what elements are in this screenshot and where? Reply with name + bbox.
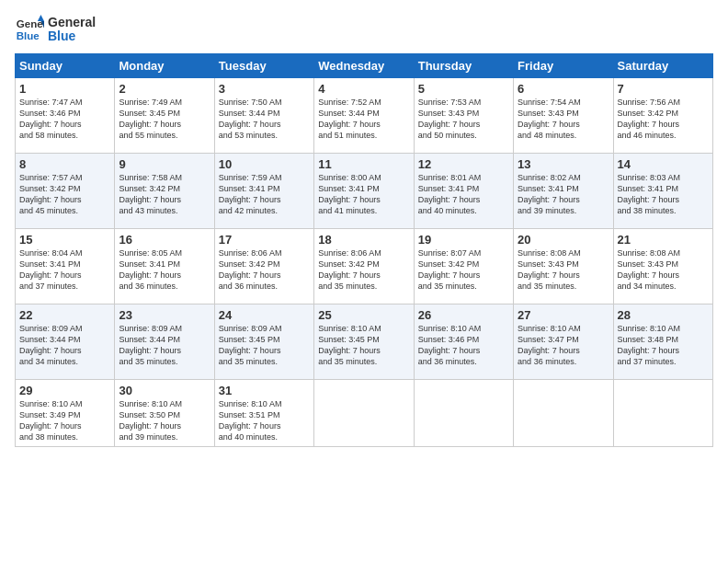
- day-cell: [314, 380, 414, 447]
- day-cell: 14Sunrise: 8:03 AMSunset: 3:41 PMDayligh…: [613, 154, 712, 229]
- day-number: 18: [318, 233, 409, 247]
- day-number: 13: [518, 157, 609, 171]
- day-cell: 9Sunrise: 7:58 AMSunset: 3:42 PMDaylight…: [115, 154, 214, 229]
- day-cell: 4Sunrise: 7:52 AMSunset: 3:44 PMDaylight…: [314, 78, 414, 154]
- day-number: 5: [418, 82, 509, 96]
- day-number: 4: [318, 82, 409, 96]
- week-row-4: 22Sunrise: 8:09 AMSunset: 3:44 PMDayligh…: [16, 304, 713, 380]
- day-cell: 31Sunrise: 8:10 AMSunset: 3:51 PMDayligh…: [214, 380, 313, 447]
- day-info: Sunrise: 8:01 AMSunset: 3:41 PMDaylight:…: [418, 172, 509, 217]
- day-number: 12: [418, 157, 509, 171]
- day-info: Sunrise: 8:06 AMSunset: 3:42 PMDaylight:…: [219, 247, 310, 293]
- day-info: Sunrise: 8:10 AMSunset: 3:46 PMDaylight:…: [418, 323, 509, 368]
- col-header-sunday: Sunday: [16, 54, 115, 78]
- day-cell: 23Sunrise: 8:09 AMSunset: 3:44 PMDayligh…: [115, 304, 214, 380]
- day-number: 15: [19, 233, 110, 247]
- day-cell: 12Sunrise: 8:01 AMSunset: 3:41 PMDayligh…: [414, 154, 513, 229]
- col-header-wednesday: Wednesday: [314, 54, 414, 78]
- day-cell: 19Sunrise: 8:07 AMSunset: 3:42 PMDayligh…: [414, 229, 513, 304]
- day-info: Sunrise: 8:10 AMSunset: 3:50 PMDaylight:…: [119, 398, 210, 443]
- day-info: Sunrise: 8:02 AMSunset: 3:41 PMDaylight:…: [518, 172, 609, 217]
- day-info: Sunrise: 8:09 AMSunset: 3:45 PMDaylight:…: [219, 323, 310, 368]
- day-info: Sunrise: 7:56 AMSunset: 3:42 PMDaylight:…: [618, 97, 709, 142]
- day-cell: 30Sunrise: 8:10 AMSunset: 3:50 PMDayligh…: [115, 380, 214, 447]
- day-info: Sunrise: 8:10 AMSunset: 3:51 PMDaylight:…: [219, 398, 310, 443]
- day-number: 26: [418, 308, 509, 322]
- col-header-tuesday: Tuesday: [214, 54, 313, 78]
- day-cell: 3Sunrise: 7:50 AMSunset: 3:44 PMDaylight…: [214, 78, 313, 154]
- day-cell: [414, 380, 513, 447]
- day-info: Sunrise: 8:10 AMSunset: 3:45 PMDaylight:…: [318, 323, 409, 368]
- day-cell: 15Sunrise: 8:04 AMSunset: 3:41 PMDayligh…: [16, 229, 115, 304]
- day-cell: 22Sunrise: 8:09 AMSunset: 3:44 PMDayligh…: [16, 304, 115, 380]
- day-info: Sunrise: 8:10 AMSunset: 3:48 PMDaylight:…: [618, 323, 709, 368]
- day-cell: 1Sunrise: 7:47 AMSunset: 3:46 PMDaylight…: [16, 78, 115, 154]
- day-cell: 13Sunrise: 8:02 AMSunset: 3:41 PMDayligh…: [514, 154, 613, 229]
- day-number: 2: [119, 82, 210, 96]
- day-cell: 18Sunrise: 8:06 AMSunset: 3:42 PMDayligh…: [314, 229, 414, 304]
- day-cell: 26Sunrise: 8:10 AMSunset: 3:46 PMDayligh…: [414, 304, 513, 380]
- day-number: 27: [518, 308, 609, 322]
- day-info: Sunrise: 8:07 AMSunset: 3:42 PMDaylight:…: [418, 247, 509, 293]
- day-info: Sunrise: 8:09 AMSunset: 3:44 PMDaylight:…: [19, 323, 110, 368]
- day-info: Sunrise: 7:52 AMSunset: 3:44 PMDaylight:…: [318, 97, 409, 142]
- day-info: Sunrise: 8:10 AMSunset: 3:49 PMDaylight:…: [19, 398, 110, 443]
- day-info: Sunrise: 8:10 AMSunset: 3:47 PMDaylight:…: [518, 323, 609, 368]
- day-info: Sunrise: 7:58 AMSunset: 3:42 PMDaylight:…: [119, 172, 210, 217]
- day-info: Sunrise: 8:08 AMSunset: 3:43 PMDaylight:…: [518, 247, 609, 293]
- day-cell: 28Sunrise: 8:10 AMSunset: 3:48 PMDayligh…: [613, 304, 712, 380]
- day-number: 8: [19, 157, 110, 171]
- day-number: 30: [119, 384, 210, 397]
- week-row-3: 15Sunrise: 8:04 AMSunset: 3:41 PMDayligh…: [16, 229, 713, 304]
- day-number: 25: [318, 308, 409, 322]
- day-number: 6: [518, 82, 609, 96]
- day-number: 7: [618, 82, 709, 96]
- day-info: Sunrise: 7:53 AMSunset: 3:43 PMDaylight:…: [418, 97, 509, 142]
- day-number: 20: [518, 233, 609, 247]
- day-info: Sunrise: 7:50 AMSunset: 3:44 PMDaylight:…: [219, 97, 310, 142]
- day-cell: 10Sunrise: 7:59 AMSunset: 3:41 PMDayligh…: [214, 154, 313, 229]
- day-number: 9: [119, 157, 210, 171]
- day-cell: 6Sunrise: 7:54 AMSunset: 3:43 PMDaylight…: [514, 78, 613, 154]
- day-cell: 8Sunrise: 7:57 AMSunset: 3:42 PMDaylight…: [16, 154, 115, 229]
- day-cell: 7Sunrise: 7:56 AMSunset: 3:42 PMDaylight…: [613, 78, 712, 154]
- day-cell: 25Sunrise: 8:10 AMSunset: 3:45 PMDayligh…: [314, 304, 414, 380]
- header: General Blue General Blue: [15, 15, 713, 44]
- day-number: 28: [618, 308, 709, 322]
- day-number: 11: [318, 157, 409, 171]
- col-header-monday: Monday: [115, 54, 214, 78]
- day-info: Sunrise: 7:59 AMSunset: 3:41 PMDaylight:…: [219, 172, 310, 217]
- day-info: Sunrise: 8:09 AMSunset: 3:44 PMDaylight:…: [119, 323, 210, 368]
- day-number: 16: [119, 233, 210, 247]
- logo-icon: General Blue: [15, 15, 44, 44]
- col-header-friday: Friday: [514, 54, 613, 78]
- day-info: Sunrise: 7:54 AMSunset: 3:43 PMDaylight:…: [518, 97, 609, 142]
- day-number: 14: [618, 157, 709, 171]
- day-number: 29: [19, 384, 110, 397]
- day-cell: 16Sunrise: 8:05 AMSunset: 3:41 PMDayligh…: [115, 229, 214, 304]
- day-cell: 11Sunrise: 8:00 AMSunset: 3:41 PMDayligh…: [314, 154, 414, 229]
- day-info: Sunrise: 8:03 AMSunset: 3:41 PMDaylight:…: [618, 172, 709, 217]
- day-number: 22: [19, 308, 110, 322]
- day-cell: [613, 380, 712, 447]
- day-number: 3: [219, 82, 310, 96]
- day-info: Sunrise: 8:06 AMSunset: 3:42 PMDaylight:…: [318, 247, 409, 293]
- day-number: 31: [219, 384, 310, 397]
- day-info: Sunrise: 8:04 AMSunset: 3:41 PMDaylight:…: [19, 247, 110, 293]
- day-cell: 17Sunrise: 8:06 AMSunset: 3:42 PMDayligh…: [214, 229, 313, 304]
- day-cell: 5Sunrise: 7:53 AMSunset: 3:43 PMDaylight…: [414, 78, 513, 154]
- day-cell: 27Sunrise: 8:10 AMSunset: 3:47 PMDayligh…: [514, 304, 613, 380]
- day-cell: [514, 380, 613, 447]
- svg-text:Blue: Blue: [17, 30, 40, 41]
- day-number: 10: [219, 157, 310, 171]
- day-cell: 20Sunrise: 8:08 AMSunset: 3:43 PMDayligh…: [514, 229, 613, 304]
- page: General Blue General Blue SundayMondayTu…: [0, 0, 728, 563]
- day-info: Sunrise: 8:05 AMSunset: 3:41 PMDaylight:…: [119, 247, 210, 293]
- week-row-5: 29Sunrise: 8:10 AMSunset: 3:49 PMDayligh…: [16, 380, 713, 447]
- day-number: 21: [618, 233, 709, 247]
- day-number: 23: [119, 308, 210, 322]
- week-row-1: 1Sunrise: 7:47 AMSunset: 3:46 PMDaylight…: [16, 78, 713, 154]
- day-cell: 21Sunrise: 8:08 AMSunset: 3:43 PMDayligh…: [613, 229, 712, 304]
- day-cell: 24Sunrise: 8:09 AMSunset: 3:45 PMDayligh…: [214, 304, 313, 380]
- day-info: Sunrise: 8:00 AMSunset: 3:41 PMDaylight:…: [318, 172, 409, 217]
